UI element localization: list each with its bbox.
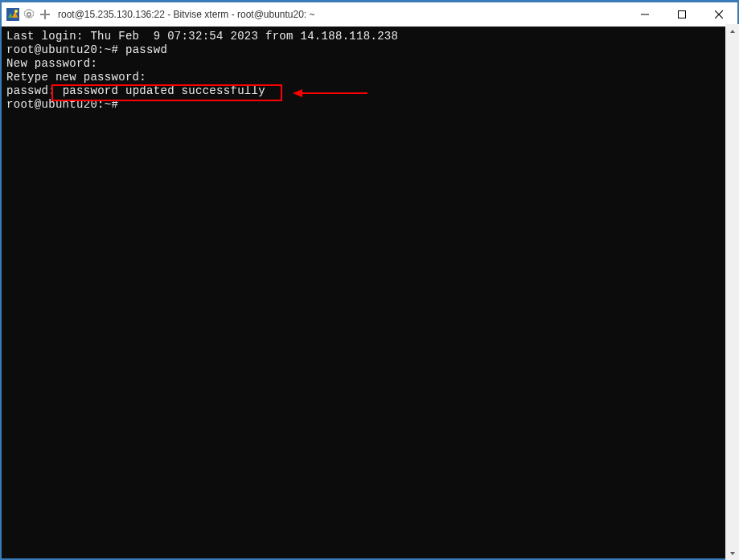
command-text: passwd — [125, 43, 167, 56]
window-controls — [626, 2, 737, 27]
shell-prompt: root@ubuntu20:~# — [6, 43, 125, 56]
window-title: root@15.235.130.136:22 - Bitvise xterm -… — [58, 9, 623, 20]
vertical-scrollbar[interactable] — [725, 24, 739, 560]
svg-point-1 — [14, 10, 18, 13]
terminal-line: root@ubuntu20:~# passwd — [6, 43, 733, 57]
scroll-up-icon[interactable] — [725, 24, 739, 38]
terminal-line: Last login: Thu Feb 9 07:32:54 2023 from… — [6, 30, 733, 43]
terminal-line: Retype new password: — [6, 71, 733, 84]
scroll-down-icon[interactable] — [725, 546, 739, 560]
titlebar: root@15.235.130.136:22 - Bitvise xterm -… — [2, 2, 737, 27]
scrollbar-track[interactable] — [725, 38, 739, 546]
svg-rect-2 — [641, 14, 649, 15]
passwd-prefix: passwd: — [6, 84, 63, 97]
passwd-message: password updated successfully — [63, 84, 265, 97]
plus-icon[interactable] — [39, 8, 51, 21]
svg-rect-0 — [6, 8, 19, 21]
minimize-button[interactable] — [626, 2, 663, 27]
terminal-line: passwd: password updated successfully — [6, 84, 733, 98]
shell-prompt: root@ubuntu20:~# — [6, 98, 118, 111]
terminal[interactable]: Last login: Thu Feb 9 07:32:54 2023 from… — [2, 27, 737, 558]
close-button[interactable] — [700, 2, 737, 27]
terminal-line: root@ubuntu20:~# — [6, 98, 733, 112]
terminal-line: New password: — [6, 57, 733, 71]
titlebar-icons — [6, 8, 51, 21]
svg-rect-3 — [679, 11, 686, 18]
app-logo-icon — [6, 8, 19, 21]
maximize-button[interactable] — [663, 2, 700, 27]
gear-icon[interactable] — [23, 8, 35, 21]
